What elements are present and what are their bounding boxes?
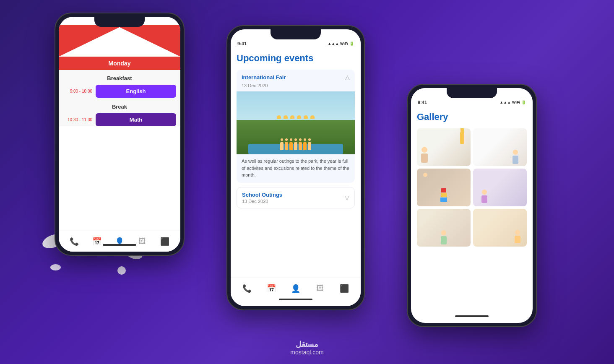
gallery-grid	[417, 128, 527, 247]
child-fig-6	[515, 230, 520, 243]
hat-2	[284, 115, 288, 119]
signal-icon: ▲▲▲	[328, 42, 339, 46]
nav-calendar-icon[interactable]: 📅	[92, 237, 102, 247]
block-1	[441, 188, 446, 192]
hat-3	[290, 115, 294, 119]
figure-7	[308, 142, 311, 150]
figure-2	[285, 142, 288, 150]
red-triangle-left	[59, 25, 124, 57]
phone2-time: 9:41	[237, 41, 247, 46]
child-body-4	[481, 195, 487, 203]
breakfast-label: Breakfast	[63, 72, 176, 85]
math-row: 10:30 - 11:30 Math	[63, 113, 176, 126]
figure-6	[303, 142, 307, 150]
event-card-1[interactable]: International Fair △ 13 Dec 2020	[237, 70, 355, 183]
giraffe-neck	[460, 128, 464, 133]
block-2	[441, 193, 447, 197]
hat-5	[304, 115, 308, 119]
phone3-notch	[447, 88, 497, 98]
child-fig-1	[421, 147, 428, 163]
phone3-battery: 🔋	[521, 100, 526, 104]
phone3-status-icons: ▲▲▲ WiFi 🔋	[500, 100, 526, 104]
gallery-item-4[interactable]	[473, 169, 527, 206]
phone2-bottom-nav: 📞 📅 👤 🖼 ⬛	[231, 278, 361, 299]
outdoor-scene	[237, 91, 355, 154]
watermark: مستقل mostaql.com	[290, 340, 323, 356]
wifi-icon: WiFi	[340, 42, 348, 46]
nav-phone-icon[interactable]: 📞	[69, 237, 79, 247]
phone2-nav-phone[interactable]: 📞	[242, 283, 252, 294]
phone3-home-indicator	[455, 315, 489, 317]
break-label: Break	[63, 100, 176, 113]
child-fig-5	[441, 230, 447, 244]
child-fig-3	[423, 173, 427, 177]
phone3-wifi: WiFi	[512, 100, 520, 104]
battery-icon: 🔋	[349, 42, 354, 46]
giraffe-toy	[460, 132, 464, 144]
phone-gallery-screen: 9:41 ▲▲▲ WiFi 🔋 Gallery	[411, 88, 533, 323]
figure-5	[299, 142, 302, 150]
scissors-icon: ✂	[116, 29, 123, 39]
event-1-chevron-up[interactable]: △	[345, 74, 350, 81]
phone1-notch	[94, 17, 145, 27]
phone2-status-icons: ▲▲▲ WiFi 🔋	[328, 42, 354, 46]
event-2-info: School Outings 13 Dec 2020	[242, 192, 282, 204]
phone-gallery: 9:41 ▲▲▲ WiFi 🔋 Gallery	[407, 84, 537, 327]
child-fig-4	[481, 190, 487, 203]
phone2-nav-calendar[interactable]: 📅	[266, 283, 276, 294]
event-2-chevron-down[interactable]: ▽	[345, 194, 349, 201]
phone2-nav-grid[interactable]: ⬛	[339, 283, 349, 294]
english-pill[interactable]: English	[96, 85, 176, 98]
events-content: Upcoming events International Fair △ 13 …	[231, 48, 361, 213]
event-1-title: International Fair	[242, 74, 286, 81]
hat-6	[310, 115, 315, 119]
event-1-image	[237, 91, 355, 154]
gallery-item-3[interactable]	[417, 169, 471, 206]
event-1-description: As well as regular outings to the park, …	[237, 154, 355, 183]
schedule-content: Breakfast 9:00 - 10:00 English Break 10:…	[59, 70, 180, 126]
phone1-top-decoration: ✂	[59, 25, 180, 57]
math-pill[interactable]: Math	[96, 113, 176, 126]
phone3-time: 9:41	[418, 100, 427, 105]
nav-gallery-icon[interactable]: 🖼	[137, 237, 147, 247]
hat-1	[277, 115, 281, 119]
event-card-2[interactable]: School Outings 13 Dec 2020 ▽	[237, 187, 355, 208]
child-body-5	[441, 236, 447, 244]
figure-3	[289, 142, 293, 150]
events-title: Upcoming events	[237, 53, 355, 64]
event-2-date: 13 Dec 2020	[242, 199, 282, 204]
hats-row	[254, 115, 337, 123]
phone2-nav-profile[interactable]: 👤	[291, 283, 301, 294]
gallery-title: Gallery	[417, 112, 527, 122]
blocks-stack	[440, 188, 447, 202]
child-head-1	[421, 147, 427, 153]
english-row: 9:00 - 10:00 English	[63, 85, 176, 98]
splatter-5	[50, 264, 61, 270]
gallery-item-5[interactable]	[417, 209, 471, 247]
phone2-nav-gallery[interactable]: 🖼	[315, 283, 325, 294]
gallery-item-2[interactable]	[473, 128, 527, 166]
watermark-arabic: مستقل	[290, 340, 323, 349]
nav-grid-icon[interactable]: ⬛	[160, 237, 170, 247]
child-body-1	[421, 153, 428, 163]
gallery-item-1[interactable]	[417, 128, 471, 166]
gallery-content: Gallery	[411, 107, 533, 252]
phone-schedule: ✂ Monday Breakfast 9:00 - 10:00 English …	[55, 13, 185, 256]
watermark-url: mostaql.com	[290, 349, 323, 356]
phone-events: 9:41 ▲▲▲ WiFi 🔋 Upcoming events Internat…	[226, 25, 365, 310]
day-label: Monday	[109, 60, 131, 67]
day-bar: Monday	[59, 57, 180, 70]
child-body-6	[515, 236, 520, 243]
phone2-home-indicator	[279, 299, 312, 300]
event-1-date: 13 Dec 2020	[237, 82, 355, 91]
english-time: 9:00 - 10:00	[63, 89, 92, 94]
gallery-item-6[interactable]	[473, 209, 527, 247]
child-head-2	[513, 150, 518, 155]
child-head-6	[515, 230, 520, 235]
event-card-1-header: International Fair △	[237, 70, 355, 82]
red-triangle-right	[115, 25, 180, 57]
child-body-2	[513, 156, 518, 164]
figure-1	[280, 142, 284, 150]
phone-events-screen: 9:41 ▲▲▲ WiFi 🔋 Upcoming events Internat…	[231, 29, 361, 306]
child-head-4	[482, 190, 487, 195]
